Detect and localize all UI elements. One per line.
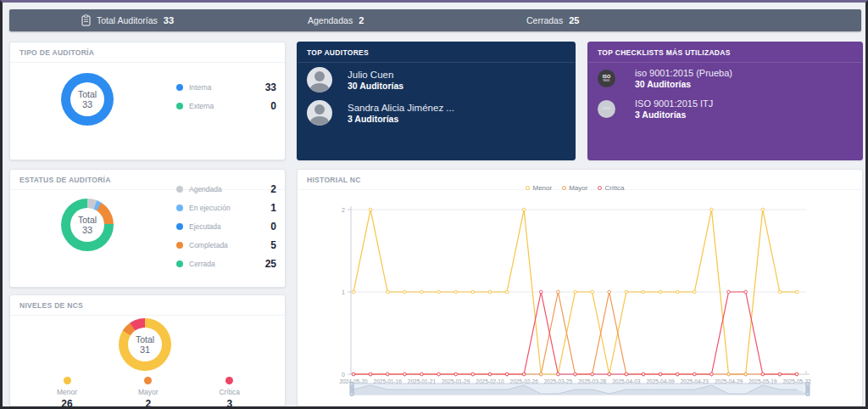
legend-value: 2 bbox=[145, 398, 151, 409]
legend-dot bbox=[176, 261, 183, 267]
legend-value: 0 bbox=[270, 100, 276, 112]
legend-label: Crítica bbox=[219, 388, 240, 396]
checklist-name: ISO 9001:2015 ITJ bbox=[635, 98, 713, 109]
legend-row: En ejecución 1 bbox=[176, 199, 276, 217]
donut-center-label: Total bbox=[78, 215, 97, 225]
avatar bbox=[307, 100, 332, 126]
badge-text: 9001 bbox=[604, 80, 610, 83]
legend-col: Menor 26 bbox=[57, 377, 77, 409]
niveles-donut-chart: Total 31 bbox=[119, 318, 171, 371]
estatus-donut-chart: Total 33 bbox=[61, 199, 114, 251]
audit-dashboard: Total Auditorías 33 Agendadas 2 Cerradas… bbox=[0, 0, 868, 409]
badge-text: LOGO bbox=[602, 108, 610, 111]
legend-dot bbox=[176, 186, 183, 193]
auditor-name: Julio Cuen bbox=[348, 69, 403, 81]
legend-dot bbox=[64, 377, 71, 384]
legend-value: 1 bbox=[270, 202, 276, 214]
stat-label: Cerradas bbox=[526, 15, 563, 25]
summary-bar: Total Auditorías 33 Agendadas 2 Cerradas… bbox=[9, 9, 861, 31]
niveles-legend: Menor 26 Mayor 2 Crítica 3 bbox=[57, 377, 240, 409]
checklist-row: ISO 9001 iso 9001:2015 (Prueba) 30 Audit… bbox=[588, 63, 862, 93]
legend-dot bbox=[176, 103, 183, 109]
card-title: NIVELES DE NCS bbox=[10, 295, 285, 316]
stat-agendadas: Agendadas 2 bbox=[308, 9, 364, 31]
legend-row: Externa 0 bbox=[176, 97, 276, 115]
legend-dot bbox=[176, 223, 183, 230]
svg-text:1: 1 bbox=[342, 289, 345, 295]
checklist-badge-logo: LOGO bbox=[598, 100, 615, 118]
legend-value: 33 bbox=[265, 81, 276, 93]
card-tipo-auditoria: TIPO DE AUDITORÍA Total 33 Interna 33 Ex… bbox=[9, 42, 286, 160]
svg-text:2: 2 bbox=[342, 207, 345, 213]
card-estatus-auditoria: ESTATUS DE AUDITORÍA Total 33 Agendada 2… bbox=[9, 169, 286, 288]
datazoom-slider[interactable] bbox=[350, 383, 810, 396]
legend-label: Completada bbox=[189, 241, 270, 249]
tipo-legend: Interna 33 Externa 0 bbox=[176, 78, 276, 115]
stat-value: 33 bbox=[164, 15, 174, 25]
checklist-badge-iso: ISO 9001 bbox=[598, 70, 615, 87]
legend-label: Externa bbox=[189, 102, 270, 110]
legend-label: En ejecución bbox=[189, 204, 270, 212]
donut-center-value: 33 bbox=[82, 99, 92, 110]
stat-label: Agendadas bbox=[308, 15, 353, 25]
checklist-name: iso 9001:2015 (Prueba) bbox=[635, 67, 732, 79]
legend-dot bbox=[176, 204, 183, 211]
clipboard-icon bbox=[81, 14, 91, 26]
checklist-count: 30 Auditorías bbox=[635, 79, 732, 90]
auditor-count: 30 Auditorías bbox=[348, 81, 403, 92]
legend-row: Ejecutada 0 bbox=[176, 217, 276, 236]
donut-center-label: Total bbox=[78, 89, 97, 99]
legend-col: Crítica 3 bbox=[219, 377, 240, 409]
legend-row: Cerrada 25 bbox=[176, 255, 276, 273]
legend-value: 2 bbox=[270, 183, 276, 195]
legend-label: Menor bbox=[57, 388, 77, 396]
legend-row: Interna 33 bbox=[176, 78, 276, 97]
auditor-row: Sandra Alicia Jiménez ... 3 Auditorías bbox=[298, 96, 575, 129]
donut-center-label: Total bbox=[136, 334, 154, 345]
legend-value: 26 bbox=[61, 398, 72, 409]
card-top-checklists: TOP CHECKLISTS MÁS UTILIZADAS ISO 9001 i… bbox=[587, 42, 863, 160]
donut-center-value: 33 bbox=[82, 225, 92, 236]
stat-value: 25 bbox=[569, 15, 579, 25]
legend-col: Mayor 2 bbox=[138, 377, 159, 409]
tipo-donut-chart: Total 33 bbox=[61, 73, 114, 126]
stat-label: Total Auditorías bbox=[97, 15, 158, 25]
stat-cerradas: Cerradas 25 bbox=[526, 9, 579, 31]
nc-line-chart: 0122024-05-202025-01-162025-01-212025-01… bbox=[298, 170, 864, 407]
legend-label: Interna bbox=[189, 83, 265, 92]
auditor-count: 3 Auditorías bbox=[348, 114, 454, 125]
legend-dot bbox=[176, 242, 183, 249]
card-title: TOP AUDITORES bbox=[298, 42, 575, 63]
svg-text:0: 0 bbox=[342, 372, 345, 378]
legend-value: 5 bbox=[270, 239, 276, 251]
auditor-row: Julio Cuen 30 Auditorías bbox=[298, 63, 575, 96]
legend-label: Ejecutada bbox=[189, 222, 270, 231]
card-title: TOP CHECKLISTS MÁS UTILIZADAS bbox=[588, 42, 862, 63]
auditor-name: Sandra Alicia Jiménez ... bbox=[348, 102, 454, 114]
checklist-count: 3 Auditorías bbox=[635, 109, 713, 120]
donut-center-value: 31 bbox=[140, 345, 150, 356]
legend-value: 3 bbox=[226, 398, 232, 409]
legend-value: 25 bbox=[265, 258, 276, 270]
estatus-legend: Agendada 2 En ejecución 1 Ejecutada 0 Co… bbox=[176, 180, 276, 273]
legend-label: Agendada bbox=[189, 185, 270, 193]
legend-label: Mayor bbox=[138, 388, 159, 396]
checklist-row: LOGO ISO 9001:2015 ITJ 3 Auditorías bbox=[588, 93, 862, 124]
legend-value: 0 bbox=[270, 221, 276, 233]
legend-row: Completada 5 bbox=[176, 236, 276, 255]
card-top-auditores: TOP AUDITORES Julio Cuen 30 Auditorías S… bbox=[297, 42, 576, 160]
card-title: TIPO DE AUDITORÍA bbox=[10, 42, 285, 63]
avatar bbox=[307, 67, 332, 92]
legend-dot bbox=[144, 377, 152, 384]
legend-dot bbox=[176, 84, 183, 91]
legend-row: Agendada 2 bbox=[176, 180, 276, 199]
card-historial-nc: HISTORIAL NC Menor Mayor Crítica 0122024… bbox=[297, 169, 863, 406]
stat-total-auditorias: Total Auditorías 33 bbox=[81, 9, 174, 31]
legend-dot bbox=[225, 377, 233, 384]
stat-value: 2 bbox=[359, 15, 364, 25]
legend-label: Cerrada bbox=[189, 260, 265, 268]
card-niveles-ncs: NIVELES DE NCS Total 31 Menor 26 Mayor 2… bbox=[9, 294, 286, 406]
